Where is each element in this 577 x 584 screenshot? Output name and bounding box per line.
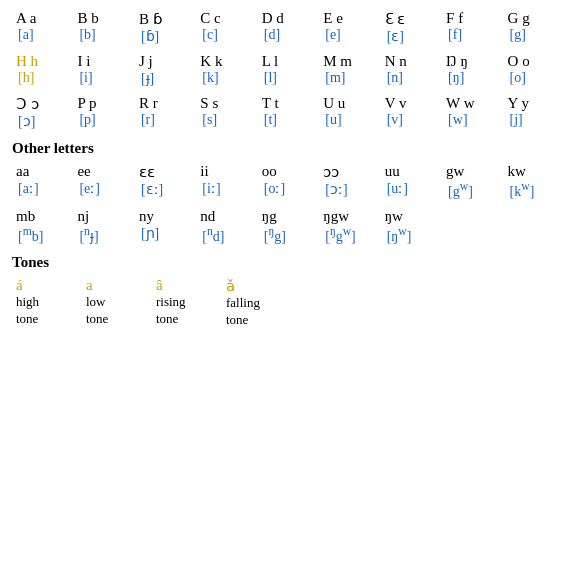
tone-rising-label: risingtone <box>156 294 218 328</box>
ipa-Eng: [ŋ] <box>446 70 499 86</box>
ipa-nd: [nd] <box>200 225 253 245</box>
letter-Bbimplosive: B ɓ <box>139 10 192 28</box>
letter-Bb: B b <box>77 10 130 27</box>
cell-ny: ny [ɲ] <box>135 206 196 247</box>
tone-high: á hightone <box>12 275 82 331</box>
tones-section: Tones á hightone a lowtone â risingtone … <box>12 254 565 331</box>
ipa-Ll: [l] <box>262 70 315 86</box>
cell-Eps: Ɛ ɛ [ɛ] <box>381 8 442 47</box>
letter-ii: ii <box>200 163 253 180</box>
ipa-mb: [mb] <box>16 225 69 245</box>
cell-Jj: J j [ɟ] <box>135 51 196 89</box>
ipa-Jj: [ɟ] <box>139 70 192 87</box>
cell-Ff: F f [f] <box>442 8 503 47</box>
other-row-2: mb [mb] nj [nɟ] ny [ɲ] nd [nd] ŋg [ŋg] ŋ… <box>12 206 565 247</box>
cell-Bb: B b [b] <box>73 8 134 47</box>
cell-Open-O: Ɔ ɔ [ɔ] <box>12 93 73 132</box>
ipa-Ii: [i] <box>77 70 130 86</box>
letter-ee: ee <box>77 163 130 180</box>
ipa-Open-O: [ɔ] <box>16 113 69 130</box>
cell-Ee: E e [e] <box>319 8 380 47</box>
ipa-Ww: [w] <box>446 112 499 128</box>
tone-low-label: lowtone <box>86 294 148 328</box>
cell-Yy: Y y [j] <box>504 93 565 132</box>
ipa-open-oo: [ɔː] <box>323 181 376 198</box>
ipa-Kk: [k] <box>200 70 253 86</box>
letter-Eng: Ŋ ŋ <box>446 53 499 70</box>
tone-falling-label: fallingtone <box>226 295 288 329</box>
letter-Eps: Ɛ ɛ <box>385 10 438 28</box>
letter-ngg: ŋg <box>262 208 315 225</box>
ipa-Bbimplosive: [ɓ] <box>139 28 192 45</box>
cell-Cc: C c [c] <box>196 8 257 47</box>
ipa-Bb: [b] <box>77 27 130 43</box>
cell-eps-eps: ɛɛ [ɛː] <box>135 161 196 202</box>
cell-mb: mb [mb] <box>12 206 73 247</box>
cell-Ss: S s [s] <box>196 93 257 132</box>
letter-gw: gw <box>446 163 499 180</box>
cell-other-empty-2 <box>504 206 565 247</box>
cell-Nn: N n [n] <box>381 51 442 89</box>
cell-Kk: K k [k] <box>196 51 257 89</box>
cell-oo: oo [oː] <box>258 161 319 202</box>
cell-nj: nj [nɟ] <box>73 206 134 247</box>
cell-Rr: R r [r] <box>135 93 196 132</box>
ipa-Aa: [a] <box>16 27 69 43</box>
cell-other-empty-1 <box>442 206 503 247</box>
cell-Oo: O o [o] <box>504 51 565 89</box>
other-letters-title: Other letters <box>12 140 565 157</box>
alphabet-section: A a [a] B b [b] B ɓ [ɓ] C c [c] D d [d] … <box>12 8 565 132</box>
letter-mb: mb <box>16 208 69 225</box>
letter-Nn: N n <box>385 53 438 70</box>
ipa-Ff: [f] <box>446 27 499 43</box>
letter-Cc: C c <box>200 10 253 27</box>
ipa-Ss: [s] <box>200 112 253 128</box>
ipa-Tt: [t] <box>262 112 315 128</box>
letter-Open-O: Ɔ ɔ <box>16 95 69 113</box>
ipa-Mm: [m] <box>323 70 376 86</box>
tone-rising-char: â <box>156 277 218 294</box>
letter-Kk: K k <box>200 53 253 70</box>
cell-uu: uu [uː] <box>381 161 442 202</box>
cell-Tt: T t [t] <box>258 93 319 132</box>
ipa-Hh: [h] <box>16 70 69 86</box>
letter-Ww: W w <box>446 95 499 112</box>
ipa-Pp: [p] <box>77 112 130 128</box>
letter-Aa: A a <box>16 10 69 27</box>
cell-gw: gw [gw] <box>442 161 503 202</box>
ipa-Oo: [o] <box>508 70 561 86</box>
ipa-Vv: [v] <box>385 112 438 128</box>
ipa-nggw: [ŋgw] <box>323 225 376 245</box>
cell-Mm: M m [m] <box>319 51 380 89</box>
cell-kw: kw [kw] <box>504 161 565 202</box>
ipa-Gg: [g] <box>508 27 561 43</box>
ipa-Eps: [ɛ] <box>385 28 438 45</box>
letter-aa: aa <box>16 163 69 180</box>
ipa-eps-eps: [ɛː] <box>139 181 192 198</box>
ipa-Ee: [e] <box>323 27 376 43</box>
ipa-ny: [ɲ] <box>139 225 192 242</box>
cell-Hh: H h [h] <box>12 51 73 89</box>
cell-Bbimplosive: B ɓ [ɓ] <box>135 8 196 47</box>
other-letters-section: Other letters aa [aː] ee [eː] ɛɛ [ɛː] ii… <box>12 140 565 246</box>
cell-ii: ii [iː] <box>196 161 257 202</box>
cell-Vv: V v [v] <box>381 93 442 132</box>
tone-high-label: hightone <box>16 294 78 328</box>
cell-Ii: I i [i] <box>73 51 134 89</box>
alphabet-row-1: A a [a] B b [b] B ɓ [ɓ] C c [c] D d [d] … <box>12 8 565 47</box>
letter-uu: uu <box>385 163 438 180</box>
other-row-1: aa [aː] ee [eː] ɛɛ [ɛː] ii [iː] oo [oː] … <box>12 161 565 202</box>
ipa-nj: [nɟ] <box>77 225 130 245</box>
letter-ny: ny <box>139 208 192 225</box>
letter-Rr: R r <box>139 95 192 112</box>
ipa-Rr: [r] <box>139 112 192 128</box>
tone-low-char: a <box>86 277 148 294</box>
letter-oo: oo <box>262 163 315 180</box>
cell-open-oo: ɔɔ [ɔː] <box>319 161 380 202</box>
letter-kw: kw <box>508 163 561 180</box>
letter-Yy: Y y <box>508 95 561 112</box>
cell-Eng: Ŋ ŋ [ŋ] <box>442 51 503 89</box>
ipa-Uu: [u] <box>323 112 376 128</box>
ipa-Yy: [j] <box>508 112 561 128</box>
cell-Ww: W w [w] <box>442 93 503 132</box>
